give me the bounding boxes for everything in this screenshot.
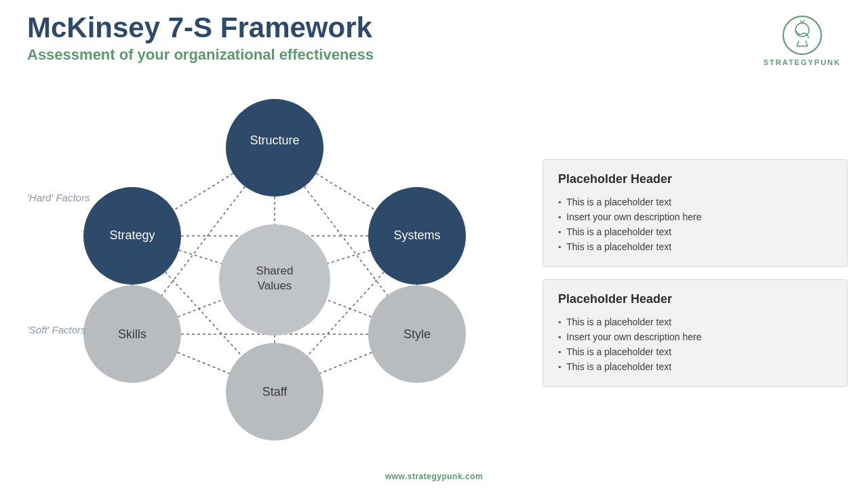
list-item: This is a placeholder text: [558, 359, 832, 374]
main-content: 'Hard' Factors 'Soft' Factors: [0, 66, 868, 473]
soft-factors-label: 'Soft' Factors: [27, 324, 86, 336]
card-2-list: This is a placeholder text Insert your o…: [558, 314, 832, 374]
header-titles: McKinsey 7-S Framework Assessment of you…: [27, 12, 374, 64]
card-2-header: Placeholder Header: [558, 292, 832, 306]
list-item: Insert your own description here: [558, 209, 832, 224]
strategypunk-logo-icon: [782, 15, 823, 56]
diagram-area: 'Hard' Factors 'Soft' Factors: [20, 73, 529, 466]
info-card-2: Placeholder Header This is a placeholder…: [542, 279, 848, 387]
page-header: McKinsey 7-S Framework Assessment of you…: [0, 0, 868, 66]
main-title: McKinsey 7-S Framework: [27, 12, 374, 43]
hard-factors-label: 'Hard' Factors: [27, 192, 90, 203]
shared-values-label: Shared: [256, 264, 294, 277]
list-item: This is a placeholder text: [558, 314, 832, 329]
sub-title: Assessment of your organizational effect…: [27, 46, 374, 64]
card-1-header: Placeholder Header: [558, 172, 832, 186]
info-card-1: Placeholder Header This is a placeholder…: [542, 159, 848, 267]
logo-text: STRATEGYPUNK: [764, 58, 841, 66]
systems-label: Systems: [393, 228, 440, 242]
right-panel: Placeholder Header This is a placeholder…: [542, 73, 848, 466]
list-item: This is a placeholder text: [558, 224, 832, 239]
footer-url: www.strategypunk.com: [385, 472, 483, 481]
svg-point-0: [783, 16, 821, 54]
list-item: This is a placeholder text: [558, 344, 832, 359]
list-item: Insert your own description here: [558, 329, 832, 344]
list-item: This is a placeholder text: [558, 239, 832, 254]
footer: www.strategypunk.com: [0, 472, 868, 481]
list-item: This is a placeholder text: [558, 195, 832, 209]
mckinsey-diagram: Structure Strategy Systems Shared Values…: [54, 90, 495, 449]
shared-values-label2: Values: [258, 279, 292, 292]
logo-area: STRATEGYPUNK: [764, 15, 841, 66]
strategy-label: Strategy: [109, 228, 155, 242]
card-1-list: This is a placeholder text Insert your o…: [558, 195, 832, 254]
skills-label: Skills: [118, 327, 146, 341]
style-label: Style: [403, 327, 431, 341]
staff-label: Staff: [262, 385, 288, 399]
structure-circle: [226, 99, 323, 197]
structure-label: Structure: [250, 134, 299, 147]
